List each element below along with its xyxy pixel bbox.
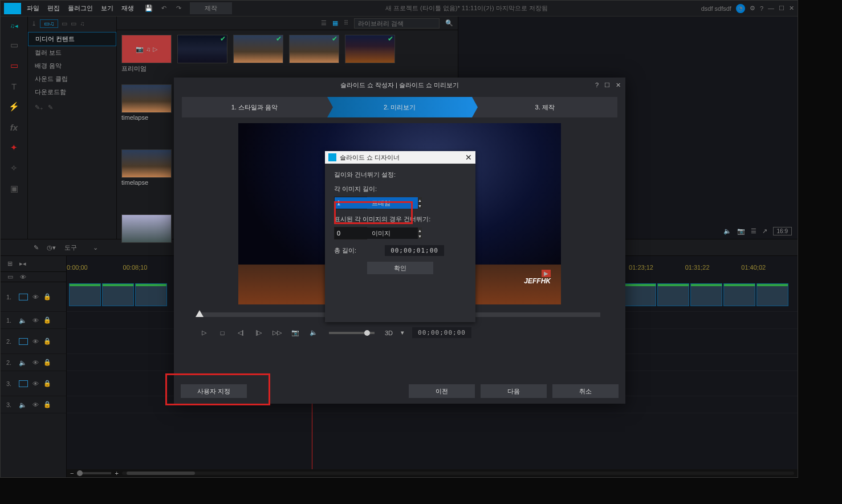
spin-down-icon[interactable]: ▼ <box>418 233 422 239</box>
undo-icon[interactable]: ↶ <box>159 4 168 13</box>
spin-up-icon[interactable]: ▲ <box>418 197 422 203</box>
track-expand-icon[interactable]: ▭ <box>7 273 13 281</box>
cancel-button[interactable]: 취소 <box>552 384 619 398</box>
minimize-icon[interactable]: — <box>768 5 774 12</box>
timeline-clip[interactable] <box>102 283 134 306</box>
timeline-scrollbar[interactable]: − + <box>67 469 798 477</box>
snapshot-icon[interactable]: 📷 <box>737 227 745 235</box>
track-header[interactable]: 2.👁🔒 <box>1 329 66 354</box>
eye-icon[interactable]: 👁 <box>32 401 39 408</box>
lock-icon[interactable]: 🔒 <box>43 401 51 408</box>
menu-view[interactable]: 보기 <box>101 4 113 13</box>
tag-remove-icon[interactable]: ✎ <box>48 104 53 111</box>
text-room-icon[interactable]: T <box>7 79 21 93</box>
media-card[interactable] <box>121 214 172 243</box>
step-style[interactable]: 1. 스타일과 음악 <box>182 97 327 117</box>
side-tab-3[interactable]: ▭ <box>71 20 76 27</box>
pip-room-icon[interactable]: ✦ <box>7 141 21 155</box>
spin-up-icon[interactable]: ▲ <box>418 227 422 233</box>
timeline-clip[interactable] <box>657 283 689 306</box>
redo-icon[interactable]: ↷ <box>174 4 183 13</box>
modal-maximize-icon[interactable]: ☐ <box>604 82 610 89</box>
snapshot-icon[interactable]: 📷 <box>290 329 300 337</box>
side-item-downloads[interactable]: 다운로드함 <box>28 86 116 99</box>
timeline-clip[interactable] <box>624 283 656 306</box>
volume-icon[interactable]: 🔈 <box>308 329 319 337</box>
chevron-down-icon[interactable]: ▾ <box>401 329 404 336</box>
menu-file[interactable]: 파일 <box>27 4 39 13</box>
media-card[interactable]: ✔ <box>233 35 283 63</box>
history-icon[interactable]: ◷▾ <box>47 244 56 251</box>
menu-edit[interactable]: 편집 <box>47 4 60 13</box>
side-item-bgm[interactable]: 배경 음악 <box>28 59 116 72</box>
lock-icon[interactable]: 🔒 <box>43 316 51 324</box>
preview-settings-icon[interactable]: ☰ <box>751 227 756 235</box>
close-icon[interactable]: ✕ <box>789 5 794 12</box>
particle-room-icon[interactable]: ✧ <box>7 161 21 175</box>
produce-button[interactable]: 제작 <box>190 2 232 14</box>
eye-icon[interactable]: 👁 <box>32 338 39 345</box>
prev-button[interactable]: 이전 <box>409 384 475 398</box>
play-icon[interactable]: ▷ <box>199 329 209 337</box>
next-button[interactable]: 다음 <box>481 384 547 398</box>
menu-play[interactable]: 재생 <box>121 4 134 13</box>
search-icon[interactable]: 🔍 <box>445 19 453 27</box>
premium-card[interactable]: 📷♫▷ <box>121 35 172 63</box>
eye-icon[interactable]: 👁 <box>32 294 39 300</box>
step-preview[interactable]: 2. 미리보기 <box>327 97 473 117</box>
prev-frame-icon[interactable]: ◁| <box>235 329 246 337</box>
tools-dropdown[interactable]: 도구⌄ <box>64 243 99 253</box>
modal-close-icon[interactable]: ✕ <box>616 82 621 89</box>
view-detail-icon[interactable]: ⠿ <box>344 19 348 27</box>
ok-button[interactable]: 확인 <box>367 262 433 274</box>
media-card[interactable]: ✔ <box>345 35 395 63</box>
scrollbar-thumb[interactable] <box>127 472 195 475</box>
eye-icon[interactable]: 👁 <box>32 317 39 324</box>
notification-icon[interactable]: ◔ <box>736 4 745 13</box>
track-eye-icon[interactable]: 👁 <box>20 274 26 281</box>
side-tab-4[interactable]: ♫ <box>80 20 84 27</box>
media-room-icon[interactable]: ♫◂ <box>3 20 26 31</box>
dialog-close-icon[interactable]: ✕ <box>465 153 472 162</box>
track-header[interactable]: 2.🔈👁🔒 <box>1 354 66 371</box>
timeline-clip[interactable] <box>69 283 101 306</box>
spin-down-icon[interactable]: ▼ <box>418 203 422 209</box>
side-tab-2[interactable]: ▭ <box>62 20 67 27</box>
rail-icon-2[interactable]: ▭ <box>7 59 21 72</box>
side-item-media[interactable]: 미디어 컨텐트 <box>28 32 116 46</box>
zoom-out-icon[interactable]: − <box>70 470 74 477</box>
user-name[interactable]: dsdf sdfsdf <box>701 5 731 12</box>
stop-icon[interactable]: □ <box>217 329 227 337</box>
fast-forward-icon[interactable]: ▷▷ <box>272 329 282 337</box>
modal-help-icon[interactable]: ? <box>595 82 599 89</box>
3d-label[interactable]: 3D <box>385 330 393 336</box>
mute-icon[interactable]: 🔈 <box>723 227 731 235</box>
timeline-clip[interactable] <box>756 283 788 306</box>
media-card[interactable] <box>121 149 172 178</box>
playback-slider[interactable] <box>329 332 375 334</box>
timeline-clip[interactable] <box>723 283 755 306</box>
aspect-ratio[interactable]: 16:9 <box>773 227 792 235</box>
side-tab-1[interactable]: ▭♫ <box>40 19 58 28</box>
track-header[interactable]: 3.👁🔒 <box>1 371 66 396</box>
eye-icon[interactable]: 👁 <box>32 359 39 366</box>
maximize-icon[interactable]: ☐ <box>779 5 784 12</box>
lock-icon[interactable]: 🔒 <box>43 380 51 387</box>
menu-plugin[interactable]: 플러그인 <box>68 4 93 13</box>
zoom-in-icon[interactable]: + <box>115 470 118 477</box>
eye-icon[interactable]: 👁 <box>32 380 39 387</box>
side-item-colorboard[interactable]: 컬러 보드 <box>28 46 116 59</box>
settings-icon[interactable]: ⚙ <box>750 5 755 12</box>
transition-room-icon[interactable]: ⚡ <box>7 100 21 113</box>
lock-icon[interactable]: 🔒 <box>43 293 51 300</box>
lock-icon[interactable]: 🔒 <box>43 338 51 345</box>
side-item-soundclip[interactable]: 사운드 클립 <box>28 72 116 86</box>
save-icon[interactable]: 💾 <box>144 4 153 13</box>
custom-button[interactable]: 사용자 지정 <box>181 384 247 398</box>
subtitle-room-icon[interactable]: ▣ <box>7 182 21 196</box>
view-list-icon[interactable]: ☰ <box>321 19 327 27</box>
marker-icon[interactable]: ▸◂ <box>19 260 26 267</box>
lock-icon[interactable]: 🔒 <box>43 359 51 366</box>
tag-add-icon[interactable]: ✎₊ <box>35 104 43 111</box>
library-search-input[interactable] <box>354 18 440 29</box>
